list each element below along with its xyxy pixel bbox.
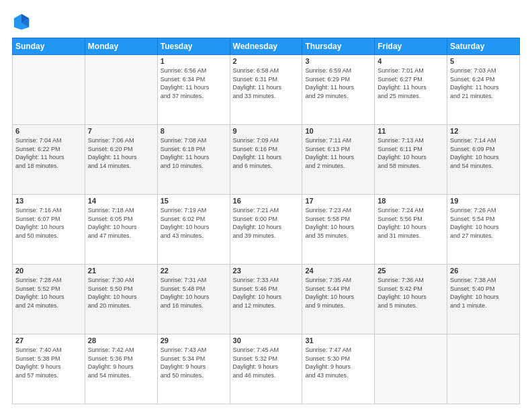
day-info: Sunrise: 7:28 AM Sunset: 5:52 PM Dayligh…: [15, 276, 82, 310]
day-info: Sunrise: 6:59 AM Sunset: 6:29 PM Dayligh…: [305, 66, 371, 100]
day-info: Sunrise: 7:13 AM Sunset: 6:11 PM Dayligh…: [378, 136, 444, 170]
day-number: 20: [15, 267, 82, 275]
day-number: 2: [233, 57, 300, 65]
calendar-cell: 11Sunrise: 7:13 AM Sunset: 6:11 PM Dayli…: [375, 125, 447, 195]
calendar-cell: 17Sunrise: 7:23 AM Sunset: 5:58 PM Dayli…: [302, 195, 375, 265]
calendar-cell: 14Sunrise: 7:18 AM Sunset: 6:05 PM Dayli…: [85, 195, 157, 265]
calendar-cell: 3Sunrise: 6:59 AM Sunset: 6:29 PM Daylig…: [302, 55, 375, 125]
day-info: Sunrise: 7:14 AM Sunset: 6:09 PM Dayligh…: [450, 136, 517, 170]
calendar-cell: 10Sunrise: 7:11 AM Sunset: 6:13 PM Dayli…: [302, 125, 375, 195]
weekday-header-wednesday: Wednesday: [230, 38, 302, 55]
logo: [12, 12, 35, 31]
calendar-header-row: SundayMondayTuesdayWednesdayThursdayFrid…: [13, 38, 520, 55]
day-number: 5: [450, 57, 517, 65]
calendar-cell: 9Sunrise: 7:09 AM Sunset: 6:16 PM Daylig…: [230, 125, 302, 195]
calendar-cell: 18Sunrise: 7:24 AM Sunset: 5:56 PM Dayli…: [375, 195, 447, 265]
day-info: Sunrise: 7:21 AM Sunset: 6:00 PM Dayligh…: [233, 206, 300, 240]
day-info: Sunrise: 7:30 AM Sunset: 5:50 PM Dayligh…: [88, 276, 154, 310]
calendar-cell: 7Sunrise: 7:06 AM Sunset: 6:20 PM Daylig…: [85, 125, 157, 195]
calendar-table: SundayMondayTuesdayWednesdayThursdayFrid…: [12, 38, 520, 404]
calendar-cell: 24Sunrise: 7:35 AM Sunset: 5:44 PM Dayli…: [302, 265, 375, 334]
day-number: 19: [450, 197, 517, 205]
calendar-cell: 30Sunrise: 7:45 AM Sunset: 5:32 PM Dayli…: [230, 334, 302, 404]
header: [12, 12, 520, 31]
day-number: 28: [88, 336, 154, 345]
day-number: 27: [15, 336, 82, 345]
calendar-cell: 25Sunrise: 7:36 AM Sunset: 5:42 PM Dayli…: [375, 265, 447, 334]
day-info: Sunrise: 7:43 AM Sunset: 5:34 PM Dayligh…: [161, 346, 227, 379]
day-number: 9: [233, 127, 300, 135]
calendar-cell: 13Sunrise: 7:16 AM Sunset: 6:07 PM Dayli…: [13, 195, 85, 265]
day-number: 1: [161, 57, 227, 65]
calendar-cell: [85, 55, 157, 125]
calendar-cell: 29Sunrise: 7:43 AM Sunset: 5:34 PM Dayli…: [157, 334, 230, 404]
day-info: Sunrise: 7:47 AM Sunset: 5:30 PM Dayligh…: [305, 346, 371, 379]
day-info: Sunrise: 7:09 AM Sunset: 6:16 PM Dayligh…: [233, 136, 300, 170]
day-number: 26: [450, 267, 517, 275]
weekday-header-tuesday: Tuesday: [157, 38, 230, 55]
calendar-cell: 27Sunrise: 7:40 AM Sunset: 5:38 PM Dayli…: [13, 334, 85, 404]
day-number: 21: [88, 267, 154, 275]
day-info: Sunrise: 6:56 AM Sunset: 6:34 PM Dayligh…: [161, 66, 227, 100]
day-number: 18: [378, 197, 444, 205]
day-number: 17: [305, 197, 371, 205]
day-number: 11: [378, 127, 444, 135]
day-info: Sunrise: 6:58 AM Sunset: 6:31 PM Dayligh…: [233, 66, 300, 100]
day-info: Sunrise: 7:11 AM Sunset: 6:13 PM Dayligh…: [305, 136, 371, 170]
calendar-cell: 26Sunrise: 7:38 AM Sunset: 5:40 PM Dayli…: [447, 265, 520, 334]
calendar-cell: [375, 334, 447, 404]
day-info: Sunrise: 7:40 AM Sunset: 5:38 PM Dayligh…: [15, 346, 82, 379]
calendar-cell: 22Sunrise: 7:31 AM Sunset: 5:48 PM Dayli…: [157, 265, 230, 334]
day-number: 16: [233, 197, 300, 205]
day-number: 12: [450, 127, 517, 135]
day-info: Sunrise: 7:03 AM Sunset: 6:24 PM Dayligh…: [450, 66, 517, 100]
day-number: 15: [161, 197, 227, 205]
day-number: 22: [161, 267, 227, 275]
calendar-cell: 8Sunrise: 7:08 AM Sunset: 6:18 PM Daylig…: [157, 125, 230, 195]
calendar-cell: 15Sunrise: 7:19 AM Sunset: 6:02 PM Dayli…: [157, 195, 230, 265]
calendar-week-row: 13Sunrise: 7:16 AM Sunset: 6:07 PM Dayli…: [13, 195, 520, 265]
day-info: Sunrise: 7:19 AM Sunset: 6:02 PM Dayligh…: [161, 206, 227, 240]
calendar-week-row: 27Sunrise: 7:40 AM Sunset: 5:38 PM Dayli…: [13, 334, 520, 404]
day-info: Sunrise: 7:24 AM Sunset: 5:56 PM Dayligh…: [378, 206, 444, 240]
day-number: 3: [305, 57, 371, 65]
calendar-cell: 28Sunrise: 7:42 AM Sunset: 5:36 PM Dayli…: [85, 334, 157, 404]
day-info: Sunrise: 7:01 AM Sunset: 6:27 PM Dayligh…: [378, 66, 444, 100]
calendar-cell: 6Sunrise: 7:04 AM Sunset: 6:22 PM Daylig…: [13, 125, 85, 195]
day-info: Sunrise: 7:16 AM Sunset: 6:07 PM Dayligh…: [15, 206, 82, 240]
calendar-cell: 31Sunrise: 7:47 AM Sunset: 5:30 PM Dayli…: [302, 334, 375, 404]
day-info: Sunrise: 7:06 AM Sunset: 6:20 PM Dayligh…: [88, 136, 154, 170]
calendar-cell: 1Sunrise: 6:56 AM Sunset: 6:34 PM Daylig…: [157, 55, 230, 125]
calendar-week-row: 1Sunrise: 6:56 AM Sunset: 6:34 PM Daylig…: [13, 55, 520, 125]
calendar-cell: 21Sunrise: 7:30 AM Sunset: 5:50 PM Dayli…: [85, 265, 157, 334]
calendar-cell: 5Sunrise: 7:03 AM Sunset: 6:24 PM Daylig…: [447, 55, 520, 125]
calendar-cell: 16Sunrise: 7:21 AM Sunset: 6:00 PM Dayli…: [230, 195, 302, 265]
calendar-cell: 23Sunrise: 7:33 AM Sunset: 5:46 PM Dayli…: [230, 265, 302, 334]
day-info: Sunrise: 7:38 AM Sunset: 5:40 PM Dayligh…: [450, 276, 517, 310]
day-number: 7: [88, 127, 154, 135]
day-number: 29: [161, 336, 227, 345]
day-number: 23: [233, 267, 300, 275]
calendar-cell: 20Sunrise: 7:28 AM Sunset: 5:52 PM Dayli…: [13, 265, 85, 334]
day-info: Sunrise: 7:36 AM Sunset: 5:42 PM Dayligh…: [378, 276, 444, 310]
weekday-header-friday: Friday: [375, 38, 447, 55]
day-info: Sunrise: 7:04 AM Sunset: 6:22 PM Dayligh…: [15, 136, 82, 170]
day-number: 31: [305, 336, 371, 345]
page: SundayMondayTuesdayWednesdayThursdayFrid…: [0, 0, 532, 411]
day-info: Sunrise: 7:23 AM Sunset: 5:58 PM Dayligh…: [305, 206, 371, 240]
day-info: Sunrise: 7:08 AM Sunset: 6:18 PM Dayligh…: [161, 136, 227, 170]
calendar-week-row: 20Sunrise: 7:28 AM Sunset: 5:52 PM Dayli…: [13, 265, 520, 334]
weekday-header-sunday: Sunday: [13, 38, 85, 55]
weekday-header-thursday: Thursday: [302, 38, 375, 55]
calendar-cell: [13, 55, 85, 125]
weekday-header-saturday: Saturday: [447, 38, 520, 55]
day-info: Sunrise: 7:31 AM Sunset: 5:48 PM Dayligh…: [161, 276, 227, 310]
day-number: 14: [88, 197, 154, 205]
calendar-cell: 12Sunrise: 7:14 AM Sunset: 6:09 PM Dayli…: [447, 125, 520, 195]
day-info: Sunrise: 7:42 AM Sunset: 5:36 PM Dayligh…: [88, 346, 154, 379]
calendar-cell: 2Sunrise: 6:58 AM Sunset: 6:31 PM Daylig…: [230, 55, 302, 125]
day-number: 25: [378, 267, 444, 275]
logo-icon: [12, 12, 31, 31]
calendar-cell: 4Sunrise: 7:01 AM Sunset: 6:27 PM Daylig…: [375, 55, 447, 125]
day-number: 4: [378, 57, 444, 65]
